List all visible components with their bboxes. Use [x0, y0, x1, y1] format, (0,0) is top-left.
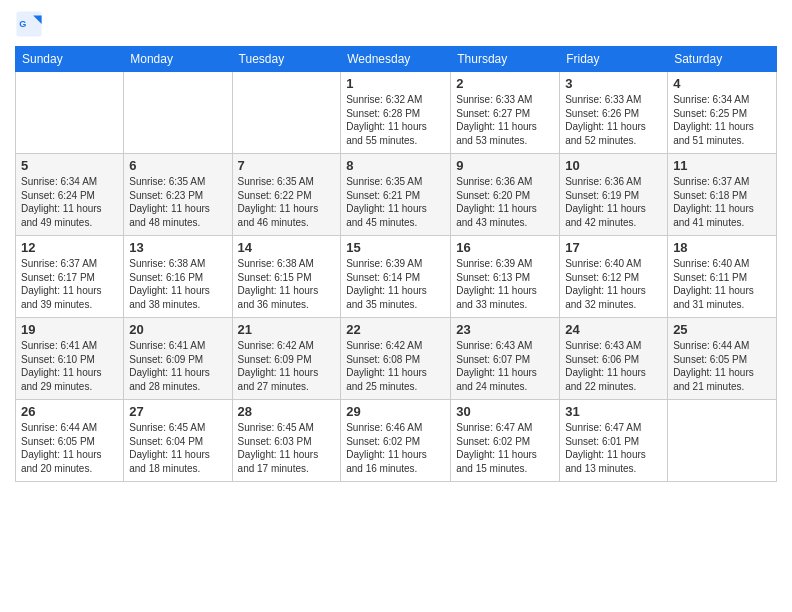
day-cell: 11Sunrise: 6:37 AM Sunset: 6:18 PM Dayli… [668, 154, 777, 236]
day-number: 25 [673, 322, 771, 337]
day-info: Sunrise: 6:38 AM Sunset: 6:15 PM Dayligh… [238, 257, 336, 311]
weekday-saturday: Saturday [668, 47, 777, 72]
day-number: 3 [565, 76, 662, 91]
day-info: Sunrise: 6:37 AM Sunset: 6:17 PM Dayligh… [21, 257, 118, 311]
weekday-header-row: SundayMondayTuesdayWednesdayThursdayFrid… [16, 47, 777, 72]
logo: G [15, 10, 47, 38]
day-info: Sunrise: 6:35 AM Sunset: 6:21 PM Dayligh… [346, 175, 445, 229]
day-number: 27 [129, 404, 226, 419]
day-info: Sunrise: 6:41 AM Sunset: 6:10 PM Dayligh… [21, 339, 118, 393]
day-number: 12 [21, 240, 118, 255]
day-info: Sunrise: 6:32 AM Sunset: 6:28 PM Dayligh… [346, 93, 445, 147]
day-cell: 3Sunrise: 6:33 AM Sunset: 6:26 PM Daylig… [560, 72, 668, 154]
week-row-1: 1Sunrise: 6:32 AM Sunset: 6:28 PM Daylig… [16, 72, 777, 154]
day-cell: 7Sunrise: 6:35 AM Sunset: 6:22 PM Daylig… [232, 154, 341, 236]
day-cell: 9Sunrise: 6:36 AM Sunset: 6:20 PM Daylig… [451, 154, 560, 236]
day-info: Sunrise: 6:41 AM Sunset: 6:09 PM Dayligh… [129, 339, 226, 393]
day-number: 7 [238, 158, 336, 173]
day-number: 13 [129, 240, 226, 255]
day-number: 14 [238, 240, 336, 255]
week-row-3: 12Sunrise: 6:37 AM Sunset: 6:17 PM Dayli… [16, 236, 777, 318]
day-info: Sunrise: 6:42 AM Sunset: 6:08 PM Dayligh… [346, 339, 445, 393]
week-row-4: 19Sunrise: 6:41 AM Sunset: 6:10 PM Dayli… [16, 318, 777, 400]
day-number: 4 [673, 76, 771, 91]
day-info: Sunrise: 6:47 AM Sunset: 6:02 PM Dayligh… [456, 421, 554, 475]
day-info: Sunrise: 6:43 AM Sunset: 6:07 PM Dayligh… [456, 339, 554, 393]
day-info: Sunrise: 6:38 AM Sunset: 6:16 PM Dayligh… [129, 257, 226, 311]
day-cell [16, 72, 124, 154]
calendar-table: SundayMondayTuesdayWednesdayThursdayFrid… [15, 46, 777, 482]
day-cell: 15Sunrise: 6:39 AM Sunset: 6:14 PM Dayli… [341, 236, 451, 318]
weekday-friday: Friday [560, 47, 668, 72]
day-info: Sunrise: 6:36 AM Sunset: 6:19 PM Dayligh… [565, 175, 662, 229]
header: G [15, 10, 777, 38]
day-info: Sunrise: 6:40 AM Sunset: 6:12 PM Dayligh… [565, 257, 662, 311]
day-info: Sunrise: 6:39 AM Sunset: 6:14 PM Dayligh… [346, 257, 445, 311]
day-cell: 24Sunrise: 6:43 AM Sunset: 6:06 PM Dayli… [560, 318, 668, 400]
day-number: 16 [456, 240, 554, 255]
day-cell [124, 72, 232, 154]
day-number: 5 [21, 158, 118, 173]
day-info: Sunrise: 6:42 AM Sunset: 6:09 PM Dayligh… [238, 339, 336, 393]
day-number: 15 [346, 240, 445, 255]
day-cell [668, 400, 777, 482]
day-number: 21 [238, 322, 336, 337]
day-info: Sunrise: 6:33 AM Sunset: 6:26 PM Dayligh… [565, 93, 662, 147]
day-number: 8 [346, 158, 445, 173]
day-number: 22 [346, 322, 445, 337]
day-number: 23 [456, 322, 554, 337]
day-info: Sunrise: 6:33 AM Sunset: 6:27 PM Dayligh… [456, 93, 554, 147]
weekday-thursday: Thursday [451, 47, 560, 72]
day-number: 19 [21, 322, 118, 337]
day-info: Sunrise: 6:39 AM Sunset: 6:13 PM Dayligh… [456, 257, 554, 311]
day-cell: 29Sunrise: 6:46 AM Sunset: 6:02 PM Dayli… [341, 400, 451, 482]
day-cell: 10Sunrise: 6:36 AM Sunset: 6:19 PM Dayli… [560, 154, 668, 236]
day-cell: 4Sunrise: 6:34 AM Sunset: 6:25 PM Daylig… [668, 72, 777, 154]
day-number: 10 [565, 158, 662, 173]
day-info: Sunrise: 6:45 AM Sunset: 6:03 PM Dayligh… [238, 421, 336, 475]
day-cell: 27Sunrise: 6:45 AM Sunset: 6:04 PM Dayli… [124, 400, 232, 482]
day-cell: 26Sunrise: 6:44 AM Sunset: 6:05 PM Dayli… [16, 400, 124, 482]
weekday-monday: Monday [124, 47, 232, 72]
day-number: 2 [456, 76, 554, 91]
day-number: 29 [346, 404, 445, 419]
day-cell: 2Sunrise: 6:33 AM Sunset: 6:27 PM Daylig… [451, 72, 560, 154]
day-info: Sunrise: 6:45 AM Sunset: 6:04 PM Dayligh… [129, 421, 226, 475]
day-info: Sunrise: 6:44 AM Sunset: 6:05 PM Dayligh… [673, 339, 771, 393]
day-info: Sunrise: 6:35 AM Sunset: 6:22 PM Dayligh… [238, 175, 336, 229]
day-number: 18 [673, 240, 771, 255]
day-cell: 31Sunrise: 6:47 AM Sunset: 6:01 PM Dayli… [560, 400, 668, 482]
day-cell: 20Sunrise: 6:41 AM Sunset: 6:09 PM Dayli… [124, 318, 232, 400]
day-number: 30 [456, 404, 554, 419]
day-cell: 28Sunrise: 6:45 AM Sunset: 6:03 PM Dayli… [232, 400, 341, 482]
day-info: Sunrise: 6:35 AM Sunset: 6:23 PM Dayligh… [129, 175, 226, 229]
day-cell: 30Sunrise: 6:47 AM Sunset: 6:02 PM Dayli… [451, 400, 560, 482]
day-number: 11 [673, 158, 771, 173]
day-cell: 18Sunrise: 6:40 AM Sunset: 6:11 PM Dayli… [668, 236, 777, 318]
day-cell: 25Sunrise: 6:44 AM Sunset: 6:05 PM Dayli… [668, 318, 777, 400]
day-cell: 12Sunrise: 6:37 AM Sunset: 6:17 PM Dayli… [16, 236, 124, 318]
day-number: 28 [238, 404, 336, 419]
day-cell: 8Sunrise: 6:35 AM Sunset: 6:21 PM Daylig… [341, 154, 451, 236]
day-info: Sunrise: 6:34 AM Sunset: 6:25 PM Dayligh… [673, 93, 771, 147]
day-info: Sunrise: 6:37 AM Sunset: 6:18 PM Dayligh… [673, 175, 771, 229]
day-cell: 6Sunrise: 6:35 AM Sunset: 6:23 PM Daylig… [124, 154, 232, 236]
week-row-2: 5Sunrise: 6:34 AM Sunset: 6:24 PM Daylig… [16, 154, 777, 236]
day-cell: 21Sunrise: 6:42 AM Sunset: 6:09 PM Dayli… [232, 318, 341, 400]
day-info: Sunrise: 6:43 AM Sunset: 6:06 PM Dayligh… [565, 339, 662, 393]
day-cell: 23Sunrise: 6:43 AM Sunset: 6:07 PM Dayli… [451, 318, 560, 400]
day-number: 17 [565, 240, 662, 255]
weekday-tuesday: Tuesday [232, 47, 341, 72]
logo-icon: G [15, 10, 43, 38]
day-number: 6 [129, 158, 226, 173]
day-number: 26 [21, 404, 118, 419]
day-cell: 22Sunrise: 6:42 AM Sunset: 6:08 PM Dayli… [341, 318, 451, 400]
week-row-5: 26Sunrise: 6:44 AM Sunset: 6:05 PM Dayli… [16, 400, 777, 482]
day-cell: 19Sunrise: 6:41 AM Sunset: 6:10 PM Dayli… [16, 318, 124, 400]
svg-text:G: G [19, 19, 26, 29]
day-number: 9 [456, 158, 554, 173]
day-cell: 14Sunrise: 6:38 AM Sunset: 6:15 PM Dayli… [232, 236, 341, 318]
day-cell: 17Sunrise: 6:40 AM Sunset: 6:12 PM Dayli… [560, 236, 668, 318]
day-cell: 16Sunrise: 6:39 AM Sunset: 6:13 PM Dayli… [451, 236, 560, 318]
page: G SundayMondayTuesdayWednesdayThursdayFr… [0, 0, 792, 612]
